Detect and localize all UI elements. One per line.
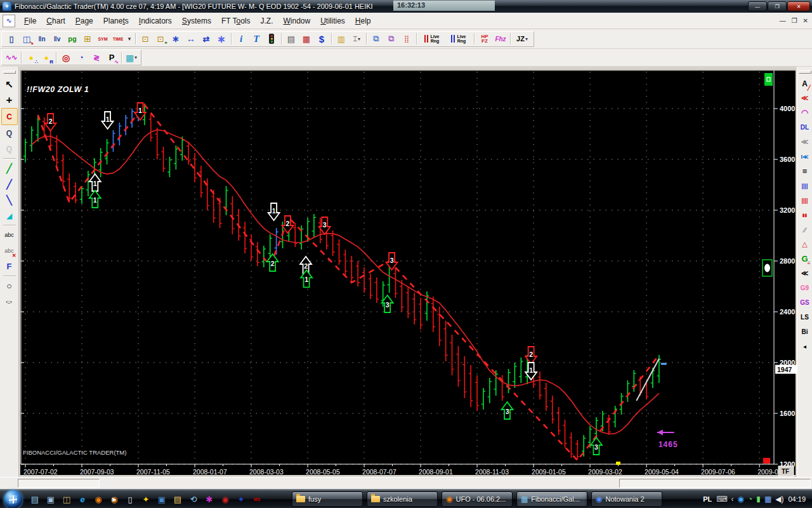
network-icon[interactable]: ▦ (764, 495, 771, 504)
windows-explorer-icon[interactable]: ▣ (44, 493, 57, 505)
fibonacci-f-tool[interactable]: F (2, 258, 17, 274)
opera-icon[interactable]: ◉ (219, 493, 232, 505)
symbol-button[interactable]: SYM (95, 32, 110, 46)
collapse-chevron[interactable]: ‹ (731, 495, 734, 504)
internet-explorer-icon[interactable]: e (76, 493, 89, 505)
squeeze-bars-button[interactable]: ∗ (168, 32, 183, 46)
show-desktop-icon[interactable]: ▤ (29, 493, 41, 505)
planet-r-button[interactable]: ●R (39, 51, 54, 65)
live-range-blue-button[interactable]: Live Rng (445, 32, 472, 46)
price-chart[interactable]: 2111112221333213314654000360032002800240… (19, 67, 797, 477)
trendline-navy-tool[interactable]: ╲ (2, 192, 17, 208)
window-grid-button[interactable]: ⊞ (80, 32, 95, 46)
taskbar-button-fibonacci-gal[interactable]: ▦Fibonacci/Gal... (516, 491, 587, 507)
magnet-snap-tool[interactable]: C (1, 108, 18, 125)
trendline-green-tool[interactable]: ╱ (2, 160, 17, 176)
i-fan-tool[interactable]: I≪ (799, 149, 811, 164)
trend-angles-button[interactable]: ≷ (89, 51, 104, 65)
ms-app-icon[interactable]: MS (251, 493, 263, 505)
folder-save-icon[interactable]: ◫ (60, 493, 73, 505)
close-button[interactable]: ✕ (787, 1, 810, 11)
triangle-wave-tool[interactable]: △ (799, 237, 811, 251)
folder-icon[interactable]: ▤ (171, 493, 184, 505)
print-button[interactable]: ▤ (284, 32, 299, 46)
taskbar-button-szkolenia[interactable]: szkolenia (367, 491, 438, 507)
fan-black-tool[interactable]: ≪ (799, 266, 811, 281)
menu-jz[interactable]: J.Z. (255, 15, 278, 27)
paint-colors-icon[interactable]: ✱ (203, 493, 216, 505)
media-player-icon[interactable]: ◉▶ (108, 493, 121, 505)
timeframe-button[interactable]: TF (778, 466, 794, 476)
dl-tool[interactable]: DL (799, 120, 811, 135)
g9-tool[interactable]: G9 (799, 281, 811, 295)
angle-text-tool[interactable]: A╱ (799, 76, 811, 91)
candles-small-tool[interactable]: ▮▮ (799, 208, 811, 222)
fan-lines-tool[interactable]: ≪ (799, 91, 811, 105)
circle-tool[interactable]: ○ (2, 277, 17, 293)
new-page-button[interactable]: ▯ (4, 32, 19, 46)
thunderbird-icon[interactable]: ✦ (235, 493, 247, 505)
cascade-add-button[interactable]: ⊡+ (153, 32, 168, 46)
cascade-windows-button[interactable]: ⊡ (138, 32, 153, 46)
open-chart-button[interactable]: ◫↘ (19, 32, 34, 46)
dollar-button[interactable]: $ (314, 32, 329, 46)
mdi-restore-button[interactable]: ❐ (792, 17, 797, 24)
astro-waves-button[interactable]: ∿∿ (4, 51, 19, 65)
mdi-minimize-button[interactable]: — (780, 17, 786, 24)
gs-tool[interactable]: GS (799, 295, 811, 310)
planet-aspects-button[interactable]: ●∴ (23, 51, 39, 65)
star-expand-button[interactable]: ∗ (214, 32, 229, 46)
intraday-bars-v-button[interactable]: ‖v (49, 32, 65, 46)
menu-window[interactable]: Window (278, 15, 315, 27)
keyboard-icon[interactable]: ⌨ (716, 495, 727, 504)
horizontal-lines-tool[interactable]: ≡ (799, 164, 811, 178)
restore-button[interactable]: ❐ (768, 1, 787, 11)
menu-systems[interactable]: Systems (177, 15, 216, 27)
ruler-button[interactable]: ▥ (334, 32, 349, 46)
target-circles-button[interactable]: ◎ (58, 51, 74, 65)
taskbar-button-ufo-06-06-2[interactable]: ◉UFO - 06.06.2... (442, 491, 513, 507)
mixed-charts-button[interactable]: ⧉ (369, 32, 384, 46)
menu-help[interactable]: Help (350, 15, 376, 27)
trendline-blue-tool[interactable]: ╱ (2, 176, 17, 192)
live-range-red-button[interactable]: Live Rng (419, 32, 445, 46)
my-computer-icon[interactable]: ▣ (155, 493, 168, 505)
recycle-bin-icon[interactable]: ⟲ (187, 493, 200, 505)
delete-text-tool[interactable]: abc✕ (2, 243, 17, 258)
toolbar-drag-handle[interactable] (799, 70, 811, 74)
ls-tool[interactable]: LS (799, 310, 811, 324)
crosshair-tool[interactable]: + (2, 92, 17, 108)
menu-utilities[interactable]: Utilities (315, 15, 350, 27)
menu-chart[interactable]: Chart (41, 15, 70, 27)
start-button[interactable] (4, 490, 22, 508)
messenger-yellow-icon[interactable]: ✦ (140, 493, 152, 505)
menu-indicators[interactable]: Indicators (134, 15, 177, 27)
menu-file[interactable]: File (19, 15, 41, 27)
planet-clock-button[interactable]: ◔ (74, 51, 89, 65)
page-button[interactable]: pg (65, 32, 80, 46)
time-button[interactable]: TIME (110, 32, 126, 46)
zoom-page-tool[interactable]: Q (2, 125, 17, 141)
notepad-icon[interactable]: ▯ (124, 493, 136, 505)
f-h-z-button[interactable]: Fhz (493, 32, 508, 46)
vertical-lines-red-tool[interactable]: |||| (799, 193, 811, 208)
p-wave-button[interactable]: P∿ (104, 51, 119, 65)
text-tool-button[interactable]: T (249, 32, 264, 46)
mdi-close-button[interactable]: ✕ (803, 17, 808, 24)
minimize-button[interactable]: — (748, 1, 767, 11)
volume-icon[interactable]: ◀) (775, 495, 783, 504)
bar-spacing-button[interactable]: ⇄ (199, 32, 214, 46)
scroll-thumb-top[interactable] (764, 73, 773, 86)
scroll-left-button[interactable]: ◂ (799, 339, 811, 354)
marker-cyan-tool[interactable]: ◢ (2, 208, 17, 224)
jz-button[interactable]: JZ▾ (513, 32, 532, 46)
vertical-lines-blue-tool[interactable]: |||| (799, 178, 811, 193)
intraday-bars-n-button[interactable]: ‖n (34, 32, 49, 46)
toolbar-drag-handle[interactable] (3, 70, 16, 74)
grid-table-button[interactable]: ▦▾ (124, 51, 139, 65)
mdi-child-icon[interactable]: ∿ (3, 15, 15, 27)
language-indicator[interactable]: PL (703, 495, 712, 503)
menu-planets[interactable]: Planets (98, 15, 134, 27)
bi-tool[interactable]: Bi (799, 324, 811, 339)
clock[interactable]: 04:19 (788, 495, 806, 503)
